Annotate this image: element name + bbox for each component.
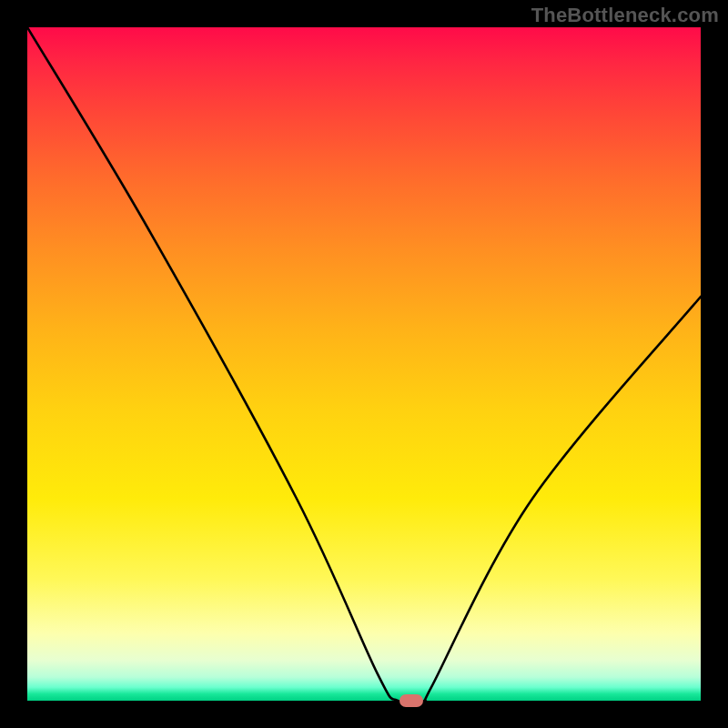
chart-frame: TheBottleneck.com [0, 0, 728, 728]
watermark-text: TheBottleneck.com [531, 4, 719, 27]
curve-path [27, 27, 701, 701]
bottleneck-curve [27, 27, 701, 701]
plot-area [27, 27, 701, 701]
optimum-marker [399, 694, 423, 707]
